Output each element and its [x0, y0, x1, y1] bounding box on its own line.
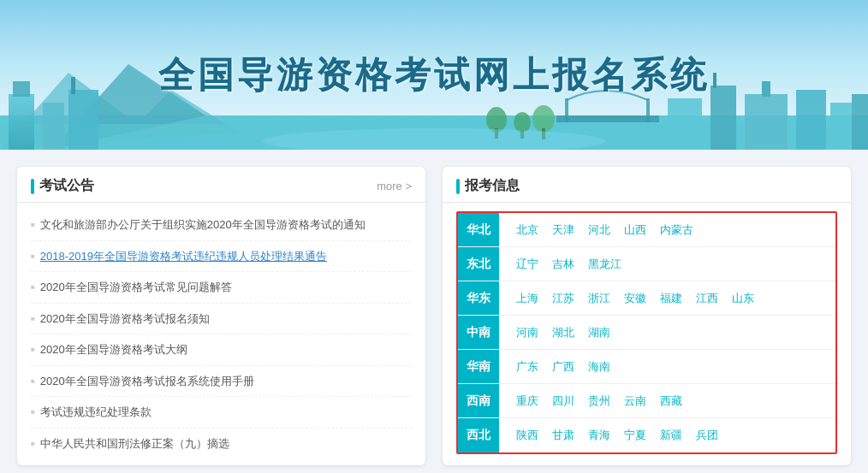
city-link[interactable]: 兵团	[689, 426, 725, 445]
city-link[interactable]: 四川	[545, 392, 581, 411]
region-row: 东北辽宁吉林黑龙江	[458, 247, 835, 281]
city-link[interactable]: 安徽	[617, 289, 653, 308]
svg-rect-11	[745, 94, 788, 150]
city-link[interactable]: 山西	[617, 221, 653, 239]
region-cities: 河南湖北湖南	[499, 318, 627, 347]
city-link[interactable]: 海南	[581, 358, 617, 376]
news-item: 2020年全国导游资格考试报名须知	[31, 304, 412, 335]
city-link[interactable]: 宁夏	[617, 426, 653, 445]
news-item[interactable]: 2018-2019年全国导游资格考试违纪违规人员处理结果通告	[31, 241, 412, 273]
region-cities: 广东广西海南	[499, 352, 627, 381]
exam-notice-label: 考试公告	[39, 177, 94, 195]
region-cities: 北京天津河北山西内蒙古	[499, 216, 710, 245]
svg-rect-8	[668, 98, 702, 150]
city-link[interactable]: 广西	[545, 358, 581, 376]
city-link[interactable]: 重庆	[509, 392, 545, 411]
region-cities: 上海江苏浙江安徽福建江西山东	[499, 284, 771, 313]
region-label: 西北	[458, 418, 499, 452]
svg-rect-17	[565, 98, 568, 122]
city-link[interactable]: 内蒙古	[653, 221, 700, 239]
region-label: 东北	[458, 247, 499, 281]
right-panel-header: 报考信息	[443, 167, 851, 203]
region-label: 西南	[458, 384, 499, 417]
region-row: 华东上海江苏浙江安徽福建江西山东	[458, 281, 835, 316]
city-link[interactable]: 甘肃	[545, 426, 581, 445]
svg-rect-6	[68, 90, 98, 150]
svg-rect-3	[9, 94, 34, 150]
news-item: 考试违规违纪处理条款	[31, 397, 412, 429]
city-link[interactable]: 辽宁	[509, 255, 545, 274]
svg-rect-13	[796, 90, 826, 150]
city-link[interactable]: 贵州	[581, 392, 617, 411]
city-link[interactable]: 湖南	[581, 323, 617, 342]
left-panel-header: 考试公告 more >	[17, 167, 425, 203]
svg-rect-16	[556, 115, 659, 122]
exam-info-title: 报考信息	[456, 177, 520, 195]
title-bar-decoration	[31, 179, 34, 194]
svg-rect-5	[43, 103, 64, 150]
city-link[interactable]: 青海	[581, 426, 617, 445]
news-link[interactable]: 2018-2019年全国导游资格考试违纪违规人员处理结果通告	[40, 248, 327, 265]
city-link[interactable]: 北京	[509, 221, 545, 239]
svg-rect-9	[710, 86, 736, 150]
city-link[interactable]: 陕西	[509, 426, 545, 445]
region-row: 华北北京天津河北山西内蒙古	[458, 213, 835, 247]
city-link[interactable]: 河南	[509, 323, 545, 342]
region-row: 西北陕西甘肃青海宁夏新疆兵团	[458, 418, 835, 452]
svg-point-21	[514, 112, 531, 133]
svg-rect-10	[713, 73, 716, 88]
city-link[interactable]: 新疆	[653, 426, 689, 445]
region-row: 中南河南湖北湖南	[458, 316, 835, 350]
svg-rect-7	[71, 77, 75, 94]
svg-rect-14	[830, 103, 852, 150]
region-cities: 辽宁吉林黑龙江	[499, 250, 639, 279]
region-label: 华南	[458, 350, 499, 383]
city-link[interactable]: 广东	[509, 358, 545, 376]
exam-info-label: 报考信息	[465, 177, 520, 195]
city-link[interactable]: 江苏	[545, 289, 581, 308]
region-label: 华北	[458, 213, 499, 246]
region-cities: 陕西甘肃青海宁夏新疆兵团	[499, 421, 735, 450]
city-link[interactable]: 西藏	[653, 392, 689, 411]
news-item: 2020年全国导游资格考试常见问题解答	[31, 272, 412, 304]
region-row: 华南广东广西海南	[458, 350, 835, 384]
title-bar-decoration-right	[456, 179, 460, 194]
region-label: 中南	[458, 316, 499, 349]
city-link[interactable]: 湖北	[545, 323, 581, 342]
news-item: 中华人民共和国刑法修正案（九）摘选	[31, 429, 412, 459]
city-link[interactable]: 江西	[689, 289, 725, 308]
city-link[interactable]: 山东	[725, 289, 761, 308]
news-list: 文化和旅游部办公厅关于组织实施2020年全国导游资格考试的通知2018-2019…	[17, 203, 425, 465]
svg-rect-4	[13, 81, 30, 97]
city-link[interactable]: 黑龙江	[581, 255, 628, 274]
city-link[interactable]: 浙江	[581, 289, 617, 308]
city-link[interactable]: 福建	[653, 289, 689, 308]
region-cities: 重庆四川贵州云南西藏	[499, 387, 699, 416]
left-panel: 考试公告 more > 文化和旅游部办公厅关于组织实施2020年全国导游资格考试…	[17, 167, 425, 465]
city-link[interactable]: 天津	[545, 221, 581, 239]
svg-rect-18	[646, 98, 650, 122]
region-label: 华东	[458, 281, 499, 315]
page-title: 全国导游资格考试网上报名系统	[158, 51, 710, 99]
news-item: 文化和旅游部办公厅关于组织实施2020年全国导游资格考试的通知	[31, 210, 412, 241]
news-item: 2020年全国导游资格考试报名系统使用手册	[31, 366, 412, 398]
city-link[interactable]: 吉林	[545, 255, 581, 274]
svg-rect-12	[762, 81, 770, 97]
exam-notice-title: 考试公告	[31, 177, 94, 195]
more-link[interactable]: more >	[377, 180, 412, 192]
header-banner: 全国导游资格考试网上报名系统	[0, 0, 868, 150]
city-link[interactable]: 云南	[617, 392, 653, 411]
city-link[interactable]: 河北	[581, 221, 617, 239]
region-row: 西南重庆四川贵州云南西藏	[458, 384, 835, 418]
news-item: 2020年全国导游资格考试大纲	[31, 334, 412, 366]
svg-rect-15	[852, 94, 868, 150]
right-panel: 报考信息 华北北京天津河北山西内蒙古东北辽宁吉林黑龙江华东上海江苏浙江安徽福建江…	[443, 167, 851, 465]
region-table: 华北北京天津河北山西内蒙古东北辽宁吉林黑龙江华东上海江苏浙江安徽福建江西山东中南…	[456, 211, 837, 454]
city-link[interactable]: 上海	[509, 289, 545, 308]
main-content: 考试公告 more > 文化和旅游部办公厅关于组织实施2020年全国导游资格考试…	[0, 150, 868, 473]
